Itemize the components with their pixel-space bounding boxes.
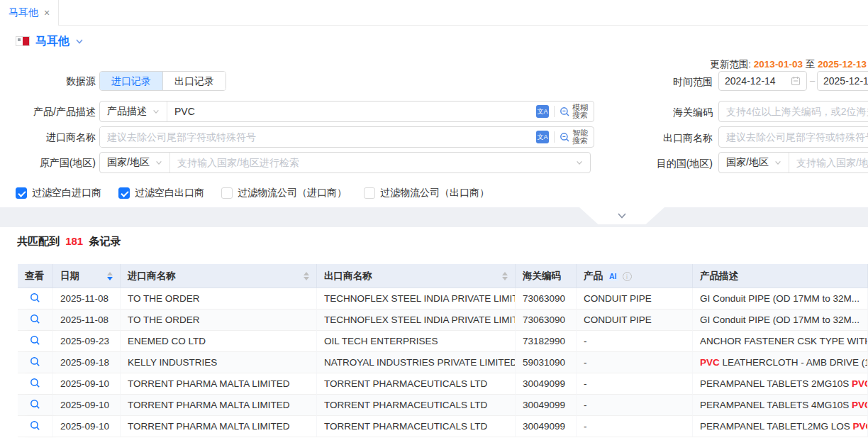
exporter-cell[interactable]: OIL TECH ENTERPRISES [317, 331, 516, 352]
smart-search-button[interactable]: 智能搜索 [560, 129, 594, 145]
exporter-cell[interactable]: TORRENT PHARMACEUTICALS LTD [317, 416, 516, 437]
view-cell[interactable] [18, 395, 53, 416]
translate-icon[interactable]: 文A [536, 105, 549, 118]
table-row: 2025-09-10 TORRENT PHARMA MALTA LIMITED … [18, 395, 868, 416]
smart-search-label: 智能搜索 [572, 129, 588, 145]
hs-code-cell: 30049099 [516, 373, 577, 395]
hs-code-cell: 30049099 [516, 395, 577, 416]
view-cell[interactable] [18, 310, 53, 331]
checkbox-label: 过滤物流公司（进口商） [238, 187, 347, 199]
collapse-toggle[interactable] [579, 207, 664, 224]
exporter-cell[interactable]: TECHNOFLEX STEEL INDIA PRIVATE LIMITED [317, 310, 516, 331]
product-cell[interactable]: CONDUIT PIPE [577, 288, 693, 310]
origin-country-select[interactable]: 国家/地区 [100, 153, 170, 173]
fuzzy-search-button[interactable]: 模糊搜索 [560, 104, 594, 119]
importer-cell[interactable]: ENEMED CO LTD [121, 331, 317, 352]
origin-country-input[interactable] [170, 153, 576, 173]
view-search-icon[interactable] [30, 314, 40, 324]
header-desc: 产品描述 [693, 264, 868, 288]
desc-cell: PERAMPANEL TABLETL2MG LOS PVC... [693, 416, 868, 437]
product-cell: - [577, 395, 693, 416]
match-count-value: 181 [62, 235, 86, 247]
checkbox-icon[interactable] [118, 187, 130, 199]
close-icon[interactable]: × [44, 8, 50, 18]
origin-country-select-value: 国家/地区 [107, 156, 150, 169]
header-hs-code: 海关编码 [516, 264, 577, 288]
fuzzy-search-label: 模糊搜索 [572, 104, 588, 119]
filter-checkbox[interactable]: 过滤物流公司（进口商） [221, 187, 347, 199]
view-search-icon[interactable] [30, 378, 40, 388]
product-input[interactable] [167, 102, 536, 121]
time-range-label: 时间范围 [624, 72, 713, 92]
hs-code-input[interactable] [718, 101, 868, 122]
view-cell[interactable] [18, 352, 53, 373]
view-cell[interactable] [18, 331, 53, 352]
data-source-option[interactable]: 出口记录 [162, 72, 226, 90]
view-search-icon[interactable] [30, 399, 40, 410]
date-start-input[interactable] [725, 75, 786, 87]
importer-cell[interactable]: TORRENT PHARMA MALTA LIMITED [121, 416, 317, 437]
date-start-field[interactable] [718, 71, 807, 91]
data-source-option[interactable]: 进口记录 [100, 72, 162, 90]
date-cell: 2025-11-08 [53, 310, 121, 331]
checkbox-icon[interactable] [221, 187, 233, 199]
view-cell[interactable] [18, 416, 53, 437]
view-cell[interactable] [18, 288, 53, 310]
importer-cell[interactable]: TORRENT PHARMA MALTA LIMITED [121, 395, 317, 416]
desc-cell: GI Conduit PIPE (OD 17MM to 32M... [693, 288, 868, 310]
date-end-input[interactable] [823, 75, 868, 87]
product-type-value: 产品描述 [107, 105, 147, 118]
view-search-icon[interactable] [30, 292, 40, 303]
exporter-cell[interactable]: TECHNOFLEX STEEL INDIA PRIVATE LIMITED [317, 288, 516, 310]
filter-checkbox[interactable]: 过滤物流公司（出口商） [364, 187, 489, 199]
checkbox-icon[interactable] [364, 187, 375, 199]
info-icon[interactable]: i [623, 272, 632, 281]
header-importer[interactable]: 进口商名称 [121, 264, 317, 288]
exporter-label: 出口商名称 [624, 128, 713, 148]
chevron-down-icon[interactable] [75, 37, 84, 45]
hs-code-cell: 73182990 [516, 331, 577, 352]
sort-icon[interactable] [304, 272, 309, 280]
view-cell[interactable] [18, 373, 53, 395]
exporter-cell[interactable]: TORRENT PHARMACEUTICALS LTD [317, 395, 516, 416]
product-type-select[interactable]: 产品描述 [100, 102, 167, 121]
importer-cell[interactable]: KELLY INDUSTRIES [121, 352, 317, 373]
view-search-icon[interactable] [30, 420, 40, 431]
tab-malta[interactable]: 马耳他 × [0, 0, 59, 26]
product-cell: - [577, 416, 693, 437]
exporter-cell[interactable]: TORRENT PHARMACEUTICALS LTD [317, 373, 516, 395]
header-date[interactable]: 日期 [53, 264, 121, 288]
importer-input[interactable] [100, 127, 536, 147]
product-label: 产品/产品描述 [0, 102, 96, 121]
sort-icon[interactable] [502, 272, 508, 280]
hs-code-cell: 73063090 [516, 288, 577, 310]
exporter-cell[interactable]: NATROYAL INDUSTRIES PRIVATE LIMITED [317, 352, 516, 373]
dest-country-input[interactable] [789, 153, 868, 173]
exporter-input[interactable] [718, 126, 868, 148]
match-count-suffix: 条记录 [89, 235, 121, 247]
product-cell[interactable]: CONDUIT PIPE [577, 310, 693, 331]
hs-code-cell: 73063090 [516, 310, 577, 331]
checkbox-icon[interactable] [16, 187, 27, 199]
dest-country-select[interactable]: 国家/地区 [719, 153, 789, 173]
view-search-icon[interactable] [30, 356, 40, 367]
product-cell: - [577, 331, 693, 352]
date-cell: 2025-11-08 [53, 288, 121, 310]
date-cell: 2025-09-10 [53, 395, 121, 416]
filter-checkbox[interactable]: 过滤空白出口商 [118, 187, 204, 199]
importer-cell[interactable]: TO THE ORDER [121, 310, 317, 331]
checkbox-label: 过滤空白进口商 [32, 187, 101, 199]
importer-cell[interactable]: TO THE ORDER [121, 288, 317, 310]
date-end-field[interactable] [817, 71, 868, 91]
importer-cell[interactable]: TORRENT PHARMA MALTA LIMITED [121, 373, 317, 395]
header-exporter[interactable]: 出口商名称 [317, 264, 516, 288]
country-header: 马耳他 [16, 33, 84, 50]
view-search-icon[interactable] [30, 335, 40, 346]
filter-checkbox[interactable]: 过滤空白进口商 [16, 187, 101, 199]
sort-icon[interactable] [107, 272, 113, 280]
translate-icon[interactable]: 文A [536, 131, 549, 143]
data-source-label: 数据源 [0, 71, 96, 91]
table-row: 2025-11-08 TO THE ORDER TECHNOFLEX STEEL… [18, 288, 868, 310]
hs-code-label: 海关编码 [624, 102, 713, 122]
update-range-from: 2013-01-03 [754, 59, 803, 70]
